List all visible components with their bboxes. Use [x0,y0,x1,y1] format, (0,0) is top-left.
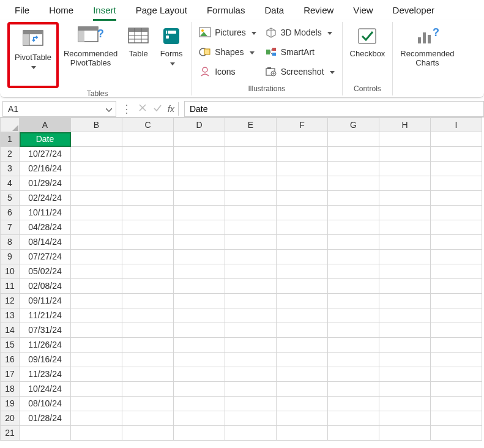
cell-D20[interactable] [174,411,225,426]
cell-I4[interactable] [431,176,482,191]
cell-G18[interactable] [328,382,379,397]
cell-A11[interactable]: 02/08/24 [20,279,71,294]
cell-D9[interactable] [174,250,225,264]
cell-A1[interactable]: Date [20,132,71,147]
cell-F1[interactable] [277,132,328,147]
cell-D12[interactable] [174,294,225,308]
cell-A13[interactable]: 11/21/24 [20,308,71,323]
row-header-16[interactable]: 16 [0,353,20,367]
cell-I15[interactable] [431,338,482,353]
cell-I17[interactable] [431,367,482,382]
cell-D6[interactable] [174,206,225,220]
cell-G15[interactable] [328,338,379,353]
cell-C3[interactable] [122,162,174,176]
cell-I5[interactable] [431,191,482,206]
column-header-A[interactable]: A [20,118,71,132]
cell-C17[interactable] [122,367,174,382]
row-header-4[interactable]: 4 [0,176,20,191]
cell-B8[interactable] [71,235,122,250]
cell-I14[interactable] [431,323,482,338]
cell-F20[interactable] [277,411,328,426]
cell-D7[interactable] [174,220,225,235]
cell-B18[interactable] [71,382,122,397]
cell-B21[interactable] [71,426,122,441]
cell-E21[interactable] [225,426,277,441]
cell-I10[interactable] [431,264,482,279]
tab-page-layout[interactable]: Page Layout [126,2,197,20]
column-header-C[interactable]: C [122,118,174,132]
cell-I16[interactable] [431,353,482,367]
cell-C6[interactable] [122,206,174,220]
tab-formulas[interactable]: Formulas [197,2,255,20]
cell-D17[interactable] [174,367,225,382]
cell-C13[interactable] [122,308,174,323]
icons-button[interactable]: Icons [195,62,260,81]
cell-A3[interactable]: 02/16/24 [20,162,71,176]
cell-G4[interactable] [328,176,379,191]
cell-D21[interactable] [174,426,225,441]
cell-A9[interactable]: 07/27/24 [20,250,71,264]
cell-I2[interactable] [431,147,482,162]
cell-F3[interactable] [277,162,328,176]
cell-A15[interactable]: 11/26/24 [20,338,71,353]
cell-H9[interactable] [379,250,431,264]
cell-F18[interactable] [277,382,328,397]
cell-C8[interactable] [122,235,174,250]
cell-B1[interactable] [71,132,122,147]
cell-H13[interactable] [379,308,431,323]
cell-A14[interactable]: 07/31/24 [20,323,71,338]
tab-home[interactable]: Home [39,2,83,20]
cell-H8[interactable] [379,235,431,250]
column-header-I[interactable]: I [431,118,482,132]
tab-data[interactable]: Data [255,2,294,20]
recommended-charts-button[interactable]: ? RecommendedCharts [397,22,458,81]
cell-D2[interactable] [174,147,225,162]
cell-D19[interactable] [174,397,225,411]
shapes-button[interactable]: Shapes [195,43,260,61]
cell-B7[interactable] [71,220,122,235]
cancel-icon[interactable] [138,103,147,114]
cell-E9[interactable] [225,250,277,264]
cell-D10[interactable] [174,264,225,279]
cell-G1[interactable] [328,132,379,147]
tab-insert[interactable]: Insert [83,2,126,20]
cell-H12[interactable] [379,294,431,308]
cell-C21[interactable] [122,426,174,441]
cell-B20[interactable] [71,411,122,426]
cell-A18[interactable]: 10/24/24 [20,382,71,397]
cell-B14[interactable] [71,323,122,338]
cell-G11[interactable] [328,279,379,294]
cell-G5[interactable] [328,191,379,206]
fx-icon[interactable]: fx [168,104,174,114]
cell-B16[interactable] [71,353,122,367]
table-button[interactable]: Table [122,22,154,81]
column-header-H[interactable]: H [379,118,431,132]
cell-I11[interactable] [431,279,482,294]
cell-B19[interactable] [71,397,122,411]
cell-B6[interactable] [71,206,122,220]
cell-H18[interactable] [379,382,431,397]
cell-A10[interactable]: 05/02/24 [20,264,71,279]
cell-H21[interactable] [379,426,431,441]
cell-B4[interactable] [71,176,122,191]
checkbox-button[interactable]: Checkbox [346,22,389,81]
cell-I9[interactable] [431,250,482,264]
column-header-F[interactable]: F [277,118,328,132]
cell-A16[interactable]: 09/16/24 [20,353,71,367]
cell-C19[interactable] [122,397,174,411]
row-header-9[interactable]: 9 [0,250,20,264]
cell-G6[interactable] [328,206,379,220]
cell-E8[interactable] [225,235,277,250]
formula-input[interactable] [184,101,484,117]
cell-C20[interactable] [122,411,174,426]
cell-D5[interactable] [174,191,225,206]
row-header-18[interactable]: 18 [0,382,20,397]
cell-F10[interactable] [277,264,328,279]
cell-E11[interactable] [225,279,277,294]
cell-E18[interactable] [225,382,277,397]
cell-C7[interactable] [122,220,174,235]
cell-E19[interactable] [225,397,277,411]
cell-I18[interactable] [431,382,482,397]
cell-I21[interactable] [431,426,482,441]
cell-F13[interactable] [277,308,328,323]
